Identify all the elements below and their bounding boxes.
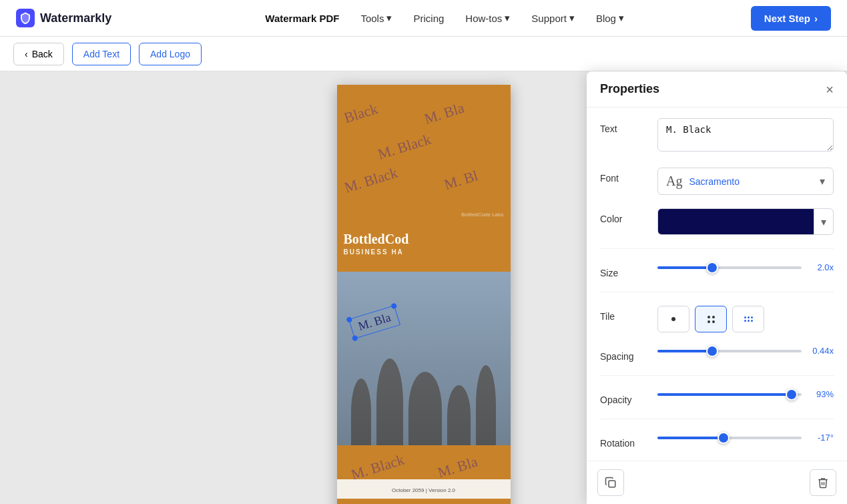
nav-watermark-pdf[interactable]: Watermark PDF <box>265 13 339 24</box>
spacing-slider[interactable] <box>657 350 802 352</box>
add-text-button[interactable]: Add Text <box>72 43 131 65</box>
spacing-slider-thumb[interactable] <box>706 345 718 357</box>
nav-pricing[interactable]: Pricing <box>413 13 444 24</box>
pdf-title: BottledCod BUSINESS HA <box>344 232 504 256</box>
text-control: M. Black <box>657 118 834 154</box>
tile-grid-dots <box>708 316 715 323</box>
opacity-slider-thumb[interactable] <box>786 389 798 401</box>
sdot-2 <box>748 316 750 318</box>
sdot-3 <box>751 316 753 318</box>
nav-support[interactable]: Support ▾ <box>531 12 575 24</box>
tile-row: Tile <box>600 306 834 332</box>
color-row: Color ▾ <box>600 208 834 235</box>
size-slider[interactable] <box>657 266 802 269</box>
close-button[interactable]: × <box>826 83 834 96</box>
opacity-slider-row: 93% <box>657 389 834 399</box>
watermark-4: M. Black <box>342 164 399 197</box>
sdot-4 <box>744 320 746 322</box>
tools-chevron-icon: ▾ <box>386 12 392 24</box>
sdot-5 <box>748 320 750 322</box>
rotation-label: Rotation <box>600 433 647 449</box>
dot-1 <box>708 316 710 318</box>
rotation-slider[interactable] <box>657 437 802 439</box>
howtos-chevron-icon: ▾ <box>505 12 510 24</box>
toolbar: ‹ Back Add Text Add Logo <box>0 37 847 71</box>
pdf-logo: BottledCode Labs <box>461 212 504 218</box>
panel-title: Properties <box>600 82 659 96</box>
properties-panel: Properties × Text M. Black Font Ag Sacra… <box>587 71 847 504</box>
add-logo-button[interactable]: Add Logo <box>139 43 202 65</box>
svg-rect-0 <box>609 481 615 487</box>
panel-footer <box>587 461 847 504</box>
size-slider-thumb[interactable] <box>706 262 718 274</box>
text-label: Text <box>600 118 647 134</box>
rotation-slider-thumb[interactable] <box>718 432 730 444</box>
nav-center: Watermark PDF Tools ▾ Pricing How-tos ▾ … <box>138 12 750 24</box>
font-control: Ag Sacramento ▾ <box>657 168 834 195</box>
spacing-row: Spacing 0.44x <box>600 346 834 362</box>
delete-button[interactable] <box>810 469 836 496</box>
pdf-footer: October 2059 | Version 2.0 <box>337 479 511 499</box>
font-chevron-icon: ▾ <box>820 175 825 188</box>
delete-icon <box>817 477 829 489</box>
dot-4 <box>712 320 715 323</box>
sdot-1 <box>744 316 746 318</box>
text-input[interactable]: M. Black <box>657 118 834 152</box>
size-row: Size 2.0x <box>600 262 834 278</box>
back-button[interactable]: ‹ Back <box>13 43 64 65</box>
image-overlay <box>337 272 511 445</box>
font-selector[interactable]: Ag Sacramento ▾ <box>657 168 834 195</box>
opacity-label: Opacity <box>600 389 647 405</box>
watermark-9: M. Bla <box>435 453 479 482</box>
next-chevron-icon: › <box>814 13 818 24</box>
panel-body: Text M. Black Font Ag Sacramento ▾ C <box>587 107 847 461</box>
opacity-control: 93% <box>657 389 834 399</box>
size-slider-fill <box>657 266 712 269</box>
main-content: Black M. Bla M. Black M. Black M. Bl M. … <box>0 71 847 504</box>
nav-right: Next Step › <box>751 6 831 31</box>
spacing-slider-row: 0.44x <box>657 346 834 356</box>
size-slider-row: 2.0x <box>657 262 834 272</box>
watermark-3: M. Black <box>375 131 433 164</box>
rotation-slider-fill <box>657 437 724 439</box>
sdot-6 <box>751 320 753 322</box>
brand-name: Watermarkly <box>40 11 111 25</box>
size-control: 2.0x <box>657 262 834 272</box>
brand-icon <box>16 9 35 27</box>
watermark-10: Black <box>375 501 413 504</box>
text-row: Text M. Black <box>600 118 834 154</box>
color-selector[interactable]: ▾ <box>657 208 834 235</box>
tile-grid[interactable] <box>695 306 727 332</box>
panel-header: Properties × <box>587 71 847 107</box>
pdf-page: Black M. Bla M. Black M. Black M. Bl M. … <box>337 85 511 504</box>
rotation-control: -17° <box>657 433 834 443</box>
font-name-label: Sacramento <box>689 176 813 187</box>
nav-blog[interactable]: Blog ▾ <box>596 12 624 24</box>
color-label: Color <box>600 208 647 224</box>
tile-options <box>657 306 834 332</box>
watermark-5: M. Bl <box>442 167 480 194</box>
next-step-button[interactable]: Next Step › <box>751 6 831 31</box>
tile-label: Tile <box>600 306 647 322</box>
tile-single-dot <box>671 317 675 321</box>
size-value: 2.0x <box>808 262 834 272</box>
divider-2 <box>600 292 834 292</box>
opacity-value: 93% <box>808 389 834 399</box>
nav-tools[interactable]: Tools ▾ <box>360 12 392 24</box>
duplicate-icon <box>605 477 617 489</box>
nav-howtos[interactable]: How-tos ▾ <box>465 12 510 24</box>
opacity-row: Opacity 93% <box>600 389 834 405</box>
opacity-slider-fill <box>657 393 792 396</box>
support-chevron-icon: ▾ <box>569 12 575 24</box>
dot-3 <box>708 320 710 323</box>
opacity-slider[interactable] <box>657 393 802 396</box>
dot-2 <box>712 316 715 318</box>
rotation-row: Rotation -17° <box>600 433 834 449</box>
watermark-2: M. Bla <box>422 99 466 128</box>
navbar: Watermarkly Watermark PDF Tools ▾ Pricin… <box>0 0 847 37</box>
tile-single[interactable] <box>657 306 689 332</box>
duplicate-button[interactable] <box>597 469 624 496</box>
divider-1 <box>600 248 834 249</box>
tile-scatter[interactable] <box>732 306 764 332</box>
pdf-subtitle: BUSINESS HA <box>344 248 504 256</box>
